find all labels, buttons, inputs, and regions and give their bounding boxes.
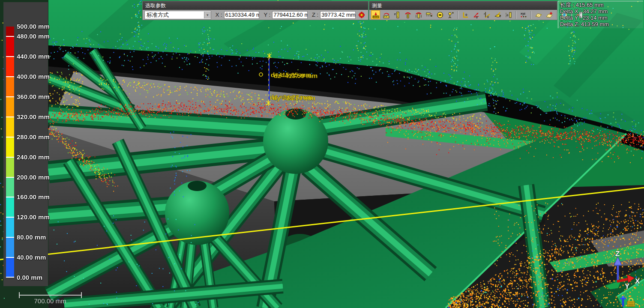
selection-parameters-panel: 选取参数 标准方式 ▾ X : 6130334.49 mm Y : 779441… xyxy=(142,1,368,20)
plane-add-icon[interactable] xyxy=(545,10,554,19)
selection-parameters-title: 选取参数 xyxy=(143,1,368,10)
colorbar-label: 280.00 mm xyxy=(17,133,50,141)
colorbar-segment xyxy=(6,117,14,137)
colorbar-label: 80.00 mm xyxy=(17,233,46,241)
x-coordinate-label: X : xyxy=(216,12,222,18)
colorbar-label: 120.00 mm xyxy=(17,213,50,221)
delta-z-readout: Delta Z: 413.59 mm xyxy=(560,21,643,27)
colorbar-segment xyxy=(6,237,14,257)
colorbar-label: 0.00 mm xyxy=(17,274,42,281)
colorbar-segment xyxy=(6,97,14,117)
colorbar-label: 500.00 mm xyxy=(17,23,50,30)
colorbar-segment xyxy=(6,137,14,157)
selection-mode-value: 标准方式 xyxy=(145,11,204,19)
colorbar-label: 200.00 mm xyxy=(17,173,50,180)
colorbar-label: 480.00 mm xyxy=(17,33,50,40)
colorbar-label: 360.00 mm xyxy=(17,93,50,100)
svg-text:θ: θ xyxy=(465,13,467,17)
measure-circle-icon[interactable] xyxy=(435,10,444,19)
z-coordinate-field[interactable]: 39773.42 mm xyxy=(320,11,356,19)
delta-y-readout: Delta Y : 23.14 mm xyxy=(560,15,643,21)
colorbar-segment xyxy=(6,217,14,237)
colorbar-label: 240.00 mm xyxy=(17,153,50,161)
measure-free-distance-icon[interactable] xyxy=(382,10,391,19)
measurement-info-box: 长度 : 415.65 mm Delta X : 34.27 mm Delta … xyxy=(558,1,643,28)
selection-mode-dropdown[interactable]: 标准方式 ▾ xyxy=(144,11,211,19)
colorbar-gradient xyxy=(6,27,14,278)
deviation-colorbar-panel: 500.00 mm480.00 mm440.00 mm400.00 mm360.… xyxy=(3,2,48,286)
measure-offset-icon[interactable] xyxy=(425,10,434,19)
colorbar-segment xyxy=(6,57,14,77)
colorbar-segment xyxy=(6,157,14,177)
plane-icon[interactable] xyxy=(534,10,543,19)
svg-text:θ: θ xyxy=(476,16,478,19)
measure-z-height-icon[interactable]: z xyxy=(392,10,401,19)
toolbar-separator xyxy=(556,11,557,19)
chevron-down-icon[interactable]: ▾ xyxy=(204,12,211,18)
measure-z-angle-icon[interactable]: θz xyxy=(482,10,491,19)
toolbar-separator xyxy=(530,11,531,19)
colorbar-label: 40.00 mm xyxy=(17,254,46,261)
colorbar-label: 320.00 mm xyxy=(17,113,50,120)
colorbar-label: 160.00 mm xyxy=(17,193,50,200)
toolbar-separator xyxy=(515,11,516,19)
colorbar-segment xyxy=(6,77,14,97)
measure-angle-icon[interactable]: θ xyxy=(461,10,470,19)
application-window: d=415.65 mm dz=413.59 mm dx =34.27 mm dy… xyxy=(0,0,644,308)
red-flower-pick-icon[interactable] xyxy=(357,10,366,19)
colorbar-segment xyxy=(6,257,14,278)
measure-outer-diameter-icon[interactable] xyxy=(414,10,423,19)
delta-x-readout: Delta X : 34.27 mm xyxy=(560,8,643,15)
measure-distance-icon[interactable] xyxy=(371,10,380,19)
colorbar-segment xyxy=(6,197,14,217)
svg-text:θ: θ xyxy=(499,15,501,18)
x-coordinate-field[interactable]: 6130334.49 mm xyxy=(224,11,260,19)
measure-point-probe-icon[interactable] xyxy=(446,10,455,19)
svg-text:xyz: xyz xyxy=(521,12,526,15)
measure-vector-angle-icon[interactable]: θ xyxy=(472,10,481,19)
svg-text:z: z xyxy=(484,12,485,15)
point-cloud-overlay xyxy=(0,0,644,308)
colorbar-label: 440.00 mm xyxy=(17,53,50,60)
measure-ruler-angle-icon[interactable]: θ xyxy=(504,10,513,19)
svg-text:z: z xyxy=(394,12,396,15)
z-coordinate-label: Z : xyxy=(312,12,318,18)
measure-xyz-point-icon[interactable]: xyz xyxy=(519,10,528,19)
measure-plane-angle-icon[interactable]: θ xyxy=(493,10,502,19)
colorbar-segment xyxy=(6,36,14,57)
y-coordinate-field[interactable]: 7794412.60 mm xyxy=(272,11,308,19)
svg-text:θ: θ xyxy=(506,13,509,17)
colorbar-segment xyxy=(6,27,14,36)
colorbar-label: 400.00 mm xyxy=(17,73,50,80)
y-coordinate-label: Y : xyxy=(264,12,270,18)
svg-text:θ: θ xyxy=(487,15,489,18)
length-readout: 长度 : 415.65 mm xyxy=(560,2,643,8)
measure-inner-diameter-icon[interactable] xyxy=(403,10,412,19)
toolbar-separator xyxy=(458,11,458,19)
measure-title: 测量 xyxy=(369,1,557,10)
measure-panel: 测量 zθθθzθθxyz xyxy=(369,1,557,20)
colorbar-segment xyxy=(6,177,14,197)
